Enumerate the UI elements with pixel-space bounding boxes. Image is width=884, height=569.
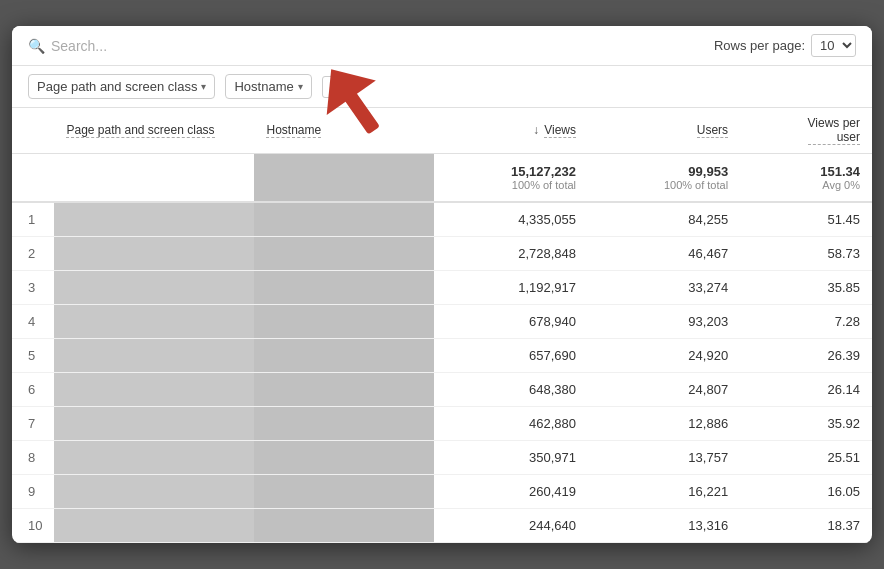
search-icon: 🔍: [28, 38, 45, 54]
row-number: 8: [12, 441, 54, 475]
row-number: 3: [12, 271, 54, 305]
users-cell: 16,221: [588, 475, 740, 509]
page-path-cell: [54, 509, 254, 543]
views-cell: 350,971: [434, 441, 588, 475]
table-row: 8 350,971 13,757 25.51: [12, 441, 872, 475]
filter-row: Page path and screen class ▾ Hostname ▾ …: [12, 66, 872, 108]
table-row: 2 2,728,848 46,467 58.73: [12, 237, 872, 271]
vpu-cell: 26.39: [740, 339, 872, 373]
users-header[interactable]: Users: [588, 108, 740, 154]
row-number: 7: [12, 407, 54, 441]
hostname-cell: [254, 271, 434, 305]
users-cell: 46,467: [588, 237, 740, 271]
table-row: 7 462,880 12,886 35.92: [12, 407, 872, 441]
hostname-cell: [254, 237, 434, 271]
users-cell: 93,203: [588, 305, 740, 339]
summary-users: 99,953 100% of total: [588, 154, 740, 203]
vpu-cell: 16.05: [740, 475, 872, 509]
users-cell: 13,316: [588, 509, 740, 543]
hostname-chevron-icon: ▾: [298, 81, 303, 92]
hostname-cell: [254, 202, 434, 237]
row-number: 1: [12, 202, 54, 237]
views-cell: 648,380: [434, 373, 588, 407]
page-path-cell: [54, 202, 254, 237]
views-cell: 244,640: [434, 509, 588, 543]
vpu-cell: 7.28: [740, 305, 872, 339]
views-cell: 4,335,055: [434, 202, 588, 237]
table-row: 9 260,419 16,221 16.05: [12, 475, 872, 509]
users-cell: 12,886: [588, 407, 740, 441]
row-number: 10: [12, 509, 54, 543]
page-path-cell: [54, 237, 254, 271]
page-path-cell: [54, 271, 254, 305]
views-header[interactable]: ↓ Views: [434, 108, 588, 154]
row-number: 9: [12, 475, 54, 509]
summary-hostname: [254, 154, 434, 203]
search-placeholder[interactable]: Search...: [51, 38, 107, 54]
hostname-filter-chip[interactable]: Hostname ▾: [225, 74, 311, 99]
page-path-cell: [54, 339, 254, 373]
main-window: 🔍 Search... Rows per page: 10 25 50 Page…: [12, 26, 872, 543]
vpu-cell: 51.45: [740, 202, 872, 237]
summary-row: 15,127,232 100% of total 99,953 100% of …: [12, 154, 872, 203]
users-cell: 33,274: [588, 271, 740, 305]
hostname-cell: [254, 475, 434, 509]
page-path-cell: [54, 373, 254, 407]
rows-per-page-select[interactable]: 10 25 50: [811, 34, 856, 57]
page-path-cell: [54, 407, 254, 441]
views-cell: 260,419: [434, 475, 588, 509]
vpu-cell: 58.73: [740, 237, 872, 271]
users-cell: 24,807: [588, 373, 740, 407]
row-number: 4: [12, 305, 54, 339]
svg-marker-1: [312, 56, 376, 115]
hostname-cell: [254, 373, 434, 407]
page-path-cell: [54, 441, 254, 475]
hostname-cell: [254, 339, 434, 373]
summary-vpu: 151.34 Avg 0%: [740, 154, 872, 203]
summary-views: 15,127,232 100% of total: [434, 154, 588, 203]
table-row: 6 648,380 24,807 26.14: [12, 373, 872, 407]
search-area[interactable]: 🔍 Search...: [28, 38, 107, 54]
row-number: 6: [12, 373, 54, 407]
page-path-header: Page path and screen class: [54, 108, 254, 154]
users-cell: 84,255: [588, 202, 740, 237]
data-table-container: Page path and screen class Hostname ↓ Vi…: [12, 108, 872, 543]
summary-page-path: [54, 154, 254, 203]
vpu-cell: 25.51: [740, 441, 872, 475]
toolbar: 🔍 Search... Rows per page: 10 25 50: [12, 26, 872, 66]
views-cell: 2,728,848: [434, 237, 588, 271]
hostname-filter-label: Hostname: [234, 79, 293, 94]
table-header-row: Page path and screen class Hostname ↓ Vi…: [12, 108, 872, 154]
vpu-cell: 26.14: [740, 373, 872, 407]
views-cell: 462,880: [434, 407, 588, 441]
row-number: 2: [12, 237, 54, 271]
dimension-chevron-icon: ▾: [201, 81, 206, 92]
row-number: 5: [12, 339, 54, 373]
views-per-user-header[interactable]: Views peruser: [740, 108, 872, 154]
rows-per-page-label: Rows per page:: [714, 38, 805, 53]
data-table: Page path and screen class Hostname ↓ Vi…: [12, 108, 872, 543]
dimension-filter-chip[interactable]: Page path and screen class ▾: [28, 74, 215, 99]
users-cell: 24,920: [588, 339, 740, 373]
dimension-filter-label: Page path and screen class: [37, 79, 197, 94]
views-cell: 657,690: [434, 339, 588, 373]
arrow-annotation: [312, 56, 402, 160]
table-row: 3 1,192,917 33,274 35.85: [12, 271, 872, 305]
row-num-header: [12, 108, 54, 154]
summary-num: [12, 154, 54, 203]
vpu-cell: 35.92: [740, 407, 872, 441]
rows-per-page-control: Rows per page: 10 25 50: [714, 34, 856, 57]
table-row: 1 4,335,055 84,255 51.45: [12, 202, 872, 237]
hostname-cell: [254, 407, 434, 441]
vpu-cell: 35.85: [740, 271, 872, 305]
views-cell: 1,192,917: [434, 271, 588, 305]
hostname-cell: [254, 305, 434, 339]
arrow-icon: [312, 56, 402, 156]
table-row: 4 678,940 93,203 7.28: [12, 305, 872, 339]
page-path-cell: [54, 305, 254, 339]
table-row: 10 244,640 13,316 18.37: [12, 509, 872, 543]
views-cell: 678,940: [434, 305, 588, 339]
table-row: 5 657,690 24,920 26.39: [12, 339, 872, 373]
users-cell: 13,757: [588, 441, 740, 475]
vpu-cell: 18.37: [740, 509, 872, 543]
